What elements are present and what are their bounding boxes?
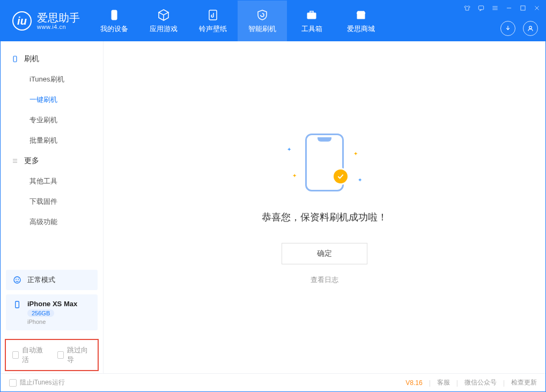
logo-text: 爱思助手 www.i4.cn bbox=[37, 12, 80, 30]
version-label: V8.16 bbox=[405, 379, 422, 387]
support-link[interactable]: 客服 bbox=[437, 378, 450, 387]
sidebar-scroll: 刷机 iTunes刷机 一键刷机 专业刷机 批量刷机 更多 其他工具 下载固件 … bbox=[1, 41, 103, 270]
main-content: ✦ ✦ ✦ ✦ 恭喜您，保资料刷机成功啦！ 确定 查看日志 bbox=[104, 41, 545, 373]
svg-point-8 bbox=[14, 277, 20, 283]
svg-rect-3 bbox=[310, 11, 313, 13]
mode-label: 正常模式 bbox=[27, 275, 55, 285]
checkbox-box-icon bbox=[57, 351, 64, 359]
tab-apps[interactable]: 应用游戏 bbox=[139, 1, 188, 41]
sidebar-item-itunes-flash[interactable]: iTunes刷机 bbox=[1, 69, 103, 90]
separator: | bbox=[456, 379, 458, 387]
logo-icon: iu bbox=[12, 11, 32, 31]
svg-rect-6 bbox=[521, 6, 525, 10]
ok-button[interactable]: 确定 bbox=[282, 243, 367, 264]
sparkle-icon: ✦ bbox=[287, 146, 291, 152]
device-panel: 正常模式 iPhone XS Max 256GB iPhone bbox=[1, 270, 103, 339]
app-title: 爱思助手 bbox=[37, 12, 80, 24]
svg-point-10 bbox=[18, 279, 19, 280]
svg-rect-1 bbox=[209, 10, 217, 20]
device-type: iPhone bbox=[27, 319, 77, 325]
sidebar-item-pro-flash[interactable]: 专业刷机 bbox=[1, 110, 103, 130]
device-phone-icon bbox=[12, 300, 22, 309]
sparkle-icon: ✦ bbox=[353, 151, 358, 157]
sparkle-icon: ✦ bbox=[292, 173, 297, 179]
maximize-icon[interactable] bbox=[519, 4, 527, 12]
checkbox-label: 跳过向导 bbox=[67, 345, 91, 365]
device-name: iPhone XS Max bbox=[27, 300, 77, 308]
close-icon[interactable] bbox=[533, 4, 541, 12]
svg-point-9 bbox=[16, 279, 17, 280]
sidebar-item-advanced[interactable]: 高级功能 bbox=[1, 212, 103, 232]
group-label: 更多 bbox=[24, 156, 39, 166]
checkbox-label: 阻止iTunes运行 bbox=[20, 378, 65, 387]
separator: | bbox=[429, 379, 431, 387]
view-log-link[interactable]: 查看日志 bbox=[311, 275, 338, 285]
checkbox-box-icon bbox=[12, 351, 19, 359]
checkbox-row-highlighted: 自动激活 跳过向导 bbox=[5, 339, 99, 371]
sidebar-group-flash: 刷机 bbox=[1, 49, 103, 69]
svg-rect-11 bbox=[16, 301, 19, 308]
device-box[interactable]: iPhone XS Max 256GB iPhone bbox=[6, 294, 98, 330]
tab-label: 工具箱 bbox=[301, 24, 322, 34]
svg-rect-7 bbox=[13, 56, 17, 62]
tab-ringtones[interactable]: 铃声壁纸 bbox=[188, 1, 238, 41]
store-icon bbox=[354, 8, 368, 22]
svg-point-4 bbox=[529, 26, 532, 29]
group-label: 刷机 bbox=[24, 54, 39, 64]
app-window: iu 爱思助手 www.i4.cn 我的设备 应用游戏 铃声壁纸 智能刷机 bbox=[0, 0, 546, 392]
music-note-icon bbox=[206, 8, 220, 22]
tab-label: 铃声壁纸 bbox=[199, 24, 227, 34]
tab-my-device[interactable]: 我的设备 bbox=[90, 1, 139, 41]
sidebar-group-more: 更多 bbox=[1, 151, 103, 171]
user-icon[interactable] bbox=[523, 21, 538, 36]
sparkle-icon: ✦ bbox=[358, 177, 362, 183]
footer-right: V8.16 | 客服 | 微信公众号 | 检查更新 bbox=[405, 378, 537, 387]
checkbox-box-icon bbox=[9, 379, 17, 387]
header: iu 爱思助手 www.i4.cn 我的设备 应用游戏 铃声壁纸 智能刷机 bbox=[1, 1, 545, 41]
list-icon bbox=[11, 157, 19, 165]
device-storage: 256GB bbox=[27, 309, 54, 317]
check-update-link[interactable]: 检查更新 bbox=[511, 378, 537, 387]
mode-normal-icon bbox=[12, 275, 22, 285]
checkbox-label: 自动激活 bbox=[22, 345, 46, 365]
app-subtitle: www.i4.cn bbox=[37, 24, 80, 30]
body: 刷机 iTunes刷机 一键刷机 专业刷机 批量刷机 更多 其他工具 下载固件 … bbox=[1, 41, 545, 373]
refresh-shield-icon bbox=[255, 8, 269, 22]
tab-smart-flash[interactable]: 智能刷机 bbox=[238, 1, 287, 41]
checkbox-skip-guide[interactable]: 跳过向导 bbox=[57, 345, 92, 365]
sidebar-item-batch-flash[interactable]: 批量刷机 bbox=[1, 130, 103, 151]
checkbox-block-itunes[interactable]: 阻止iTunes运行 bbox=[9, 378, 65, 387]
main-tabs: 我的设备 应用游戏 铃声壁纸 智能刷机 工具箱 爱思商城 bbox=[90, 1, 386, 41]
separator: | bbox=[503, 379, 505, 387]
tab-label: 应用游戏 bbox=[150, 24, 178, 34]
wechat-link[interactable]: 微信公众号 bbox=[464, 378, 497, 387]
device-small-icon bbox=[11, 55, 19, 63]
header-right-icons bbox=[500, 21, 538, 36]
tab-label: 我的设备 bbox=[100, 24, 128, 34]
feedback-icon[interactable] bbox=[477, 4, 485, 12]
check-badge-icon bbox=[332, 168, 349, 185]
sidebar: 刷机 iTunes刷机 一键刷机 专业刷机 批量刷机 更多 其他工具 下载固件 … bbox=[1, 41, 104, 373]
tab-store[interactable]: 爱思商城 bbox=[336, 1, 386, 41]
sidebar-item-download-firmware[interactable]: 下载固件 bbox=[1, 191, 103, 212]
phone-icon bbox=[107, 8, 121, 22]
success-illustration: ✦ ✦ ✦ ✦ bbox=[282, 130, 367, 195]
cube-icon bbox=[157, 8, 171, 22]
tab-label: 智能刷机 bbox=[248, 24, 276, 34]
sidebar-item-other-tools[interactable]: 其他工具 bbox=[1, 171, 103, 191]
svg-rect-0 bbox=[112, 10, 117, 20]
footer: 阻止iTunes运行 V8.16 | 客服 | 微信公众号 | 检查更新 bbox=[1, 373, 545, 391]
checkbox-auto-activate[interactable]: 自动激活 bbox=[12, 345, 47, 365]
logo-area: iu 爱思助手 www.i4.cn bbox=[1, 1, 90, 41]
device-info: iPhone XS Max 256GB iPhone bbox=[27, 300, 77, 325]
minimize-icon[interactable] bbox=[505, 4, 513, 12]
menu-icon[interactable] bbox=[491, 4, 499, 12]
mode-box[interactable]: 正常模式 bbox=[6, 270, 98, 290]
svg-rect-2 bbox=[307, 13, 316, 19]
sidebar-item-oneclick-flash[interactable]: 一键刷机 bbox=[1, 90, 103, 110]
window-controls bbox=[463, 4, 541, 12]
tab-toolbox[interactable]: 工具箱 bbox=[287, 1, 336, 41]
download-icon[interactable] bbox=[500, 21, 515, 36]
success-message: 恭喜您，保资料刷机成功啦！ bbox=[262, 211, 387, 224]
shirt-icon[interactable] bbox=[463, 4, 471, 12]
